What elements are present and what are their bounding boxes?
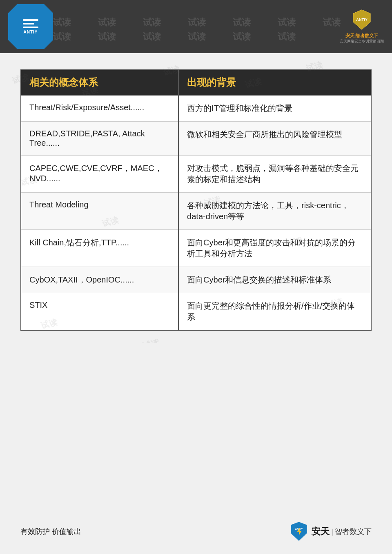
footer: 有效防护 价值输出 ANTIY 安天 | 智者数义下 <box>0 521 392 542</box>
footer-brand-separator: | <box>331 527 333 536</box>
table-cell-col2-1: 微软和相关安全厂商所推出的风险管理模型 <box>178 122 371 156</box>
table-row: Threat/Risk/Exposure/Asset......西方的IT管理和… <box>21 95 371 122</box>
wm13: 试读 <box>278 31 296 43</box>
table-cell-col2-6: 面向更完整的综合性的情报分析/作业/交换的体系 <box>178 293 371 331</box>
table-cell-col1-1: DREAD,STRIDE,PASTA, Attack Tree...... <box>21 122 178 156</box>
pwm11: 试读 <box>142 337 160 343</box>
shield-icon: ANTIY <box>351 9 373 31</box>
footer-brand-container: 安天 | 智者数义下 <box>312 525 372 538</box>
logo-antiy-text: ANTIY <box>24 30 38 34</box>
footer-brand-sub: 智者数义下 <box>335 527 372 536</box>
wm6: 试读 <box>278 16 296 29</box>
wm4: 试读 <box>188 16 206 29</box>
header-right-logo: ANTIY 安天|智者数义下 安天网络安全冬训营第四期 <box>340 9 384 44</box>
wm1: 试读 <box>53 16 71 29</box>
table-cell-col2-0: 西方的IT管理和标准化的背景 <box>178 95 371 122</box>
logo-line-1 <box>23 19 38 21</box>
table-row: Threat Modeling各种威胁建模的方法论，工具，risk-centri… <box>21 193 371 230</box>
footer-logo: ANTIY 安天 | 智者数义下 <box>289 521 372 542</box>
table-cell-col2-5: 面向Cyber和信息交换的描述和标准体系 <box>178 267 371 293</box>
col2-header: 出现的背景 <box>178 70 371 95</box>
wm8: 试读 <box>53 31 71 43</box>
table-cell-col1-5: CybOX,TAXII，OpenIOC...... <box>21 267 178 293</box>
table-row: STIX面向更完整的综合性的情报分析/作业/交换的体系 <box>21 293 371 331</box>
main-content: 试读 试读 试读 试读 试读 试读 试读 试读 试读 试读 试读 试读 试读 试… <box>0 53 392 343</box>
wm7: 试读 <box>323 16 341 29</box>
footer-logo-icon: ANTIY <box>289 521 309 542</box>
footer-slogan: 有效防护 价值输出 <box>20 527 81 536</box>
antiy-logo: ANTIY <box>8 4 53 49</box>
wm10: 试读 <box>143 31 161 43</box>
table-cell-col1-4: Kill Chain,钻石分析,TTP...... <box>21 230 178 267</box>
wm3: 试读 <box>143 16 161 29</box>
table-cell-col2-4: 面向Cyber和更高强度的攻击和对抗的场景的分析工具和分析方法 <box>178 230 371 267</box>
wm12: 试读 <box>233 31 251 43</box>
svg-text:ANTIY: ANTIY <box>356 18 367 22</box>
header-right-sub: 安天网络安全冬训营第四期 <box>340 39 384 44</box>
table-row: DREAD,STRIDE,PASTA, Attack Tree......微软和… <box>21 122 371 156</box>
table-cell-col1-0: Threat/Risk/Exposure/Asset...... <box>21 95 178 122</box>
logo-line-3 <box>23 27 38 28</box>
table-cell-col1-6: STIX <box>21 293 178 331</box>
wm5: 试读 <box>233 16 251 29</box>
table-cell-col2-3: 各种威胁建模的方法论，工具，risk-centric，data-driven等等 <box>178 193 371 230</box>
header-right-brand: 安天|智者数义下 <box>345 33 378 39</box>
wm9: 试读 <box>98 31 116 43</box>
table-cell-col1-3: Threat Modeling <box>21 193 178 230</box>
table-row: CAPEC,CWE,CVE,CVRF，MAEC，NVD......对攻击模式，脆… <box>21 156 371 193</box>
header: 试读 试读 试读 试读 试读 试读 试读 试读 试读 试读 试读 试读 试读 A… <box>0 0 392 53</box>
table-cell-col2-2: 对攻击模式，脆弱点，漏洞等各种基础的安全元素的标定和描述结构 <box>178 156 371 193</box>
logo-lines <box>23 19 38 28</box>
footer-brand-main: 安天 <box>312 525 330 538</box>
col1-header: 相关的概念体系 <box>21 70 178 95</box>
wm2: 试读 <box>98 16 116 29</box>
header-watermarks: 试读 试读 试读 试读 试读 试读 试读 试读 试读 试读 试读 试读 试读 <box>0 0 392 53</box>
concepts-table: 相关的概念体系 出现的背景 Threat/Risk/Exposure/Asset… <box>20 69 372 331</box>
wm11: 试读 <box>188 31 206 43</box>
table-cell-col1-2: CAPEC,CWE,CVE,CVRF，MAEC，NVD...... <box>21 156 178 193</box>
table-row: Kill Chain,钻石分析,TTP......面向Cyber和更高强度的攻击… <box>21 230 371 267</box>
table-row: CybOX,TAXII，OpenIOC......面向Cyber和信息交换的描述… <box>21 267 371 293</box>
logo-line-2 <box>23 23 34 24</box>
